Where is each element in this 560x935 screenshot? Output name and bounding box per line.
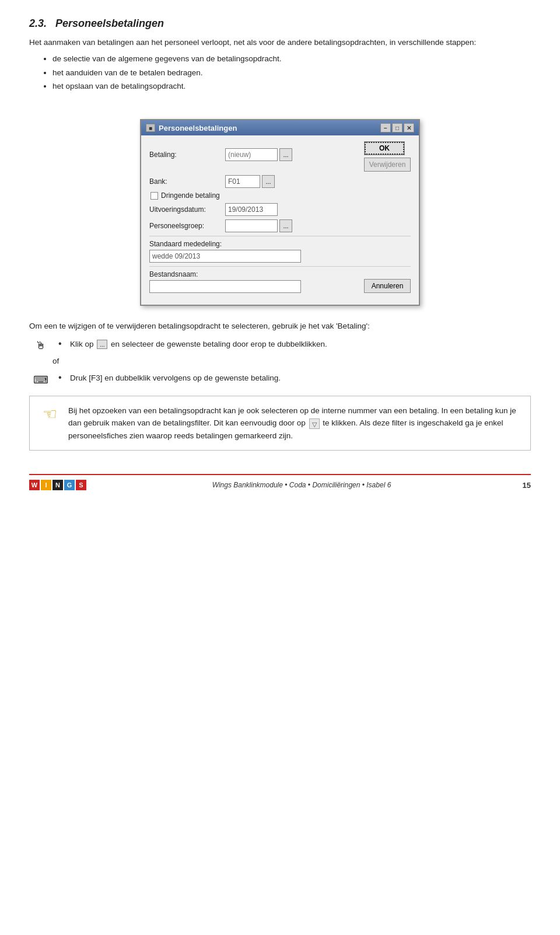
dialog-container: ■ Personeelsbetalingen − □ ✕ Betaling: [29, 119, 531, 306]
info-box-text: Bij het opzoeken van een betalingsopdrac… [68, 404, 521, 442]
instruction-row-1: 🖱 • Klik op ... en selecteer de gewenste… [29, 339, 531, 352]
bullet-3: het opslaan van de betalingsopdracht. [52, 81, 531, 92]
bestandsnaam-label: Bestandsnaam: [149, 270, 358, 278]
bestandsnaam-left: Bestandsnaam: [149, 270, 358, 293]
footer-page-number: 15 [517, 481, 531, 490]
betaling-label: Betaling: [149, 151, 225, 159]
personeelsgroep-field-group: ... [225, 219, 411, 232]
instr1-part2: en selecteer de gewenste betaling door e… [111, 340, 327, 348]
footer-logo: W I N G S [29, 480, 86, 490]
bullet-2: het aanduiden van de te betalen bedragen… [52, 67, 531, 79]
section-heading: 2.3. Personeelsbetalingen [29, 18, 531, 30]
instruction-text-1: Klik op ... en selecteer de gewenste bet… [70, 339, 531, 350]
info-icon: ☜ [39, 404, 60, 424]
bank-dots-button[interactable]: ... [262, 175, 275, 188]
logo-n: N [52, 480, 63, 490]
annuleren-container: Annuleren [358, 279, 411, 293]
info-box: ☜ Bij het opzoeken van een betalingsopdr… [29, 396, 531, 451]
mededeling-label: Standaard mededeling: [149, 240, 411, 248]
personeelsgroep-row: Personeelsgroep: ... [149, 219, 411, 232]
dialog-title: Personeelsbetalingen [159, 124, 237, 132]
personeelsgroep-label: Personeelsgroep: [149, 222, 225, 230]
mededeling-input[interactable] [149, 250, 301, 263]
dialog-right-buttons: OK Verwijderen [352, 141, 411, 172]
restore-button[interactable]: □ [392, 123, 402, 132]
instr1-part1: Klik op [70, 340, 94, 348]
mouse-icon: 🖱 [29, 340, 52, 352]
intro-paragraph: Het aanmaken van betalingen aan het pers… [29, 37, 531, 48]
betaling-row: Betaling: ... OK Verwijderen [149, 141, 411, 172]
instruction-row-2: ⌨ • Druk [F3] en dubbelklik vervolgens o… [29, 372, 531, 386]
dringende-label: Dringende betaling [161, 191, 220, 200]
instruction-section: 🖱 • Klik op ... en selecteer de gewenste… [29, 339, 531, 386]
betaling-field-group: ... [225, 148, 352, 161]
uitvoeringsdatum-input[interactable] [225, 203, 278, 216]
section-title: Personeelsbetalingen [55, 18, 164, 29]
dialog-controls: − □ ✕ [380, 123, 414, 132]
betaling-left: Betaling: ... [149, 148, 352, 165]
uitvoeringsdatum-label: Uitvoeringsdatum: [149, 205, 225, 214]
personeelsbetalingen-dialog: ■ Personeelsbetalingen − □ ✕ Betaling: [140, 119, 420, 306]
verwijderen-button[interactable]: Verwijderen [364, 158, 411, 172]
dringende-betaling-row: Dringende betaling [150, 191, 411, 200]
bullet-symbol-1: • [58, 339, 70, 349]
of-text: of [52, 357, 59, 365]
uitvoeringsdatum-row: Uitvoeringsdatum: [149, 203, 411, 216]
dringende-checkbox[interactable] [150, 192, 158, 200]
annuleren-button[interactable]: Annuleren [364, 279, 411, 293]
uitvoeringsdatum-field-group [225, 203, 411, 216]
mededeling-section: Standaard mededeling: [149, 240, 411, 263]
intro-bullets: de selectie van de algemene gegevens van… [52, 53, 531, 92]
dialog-body: Betaling: ... OK Verwijderen [141, 135, 419, 305]
section-number: 2.3. [29, 18, 47, 29]
footer-text: Wings Banklinkmodule • Coda • Domiciliër… [86, 481, 517, 489]
filter-icon: ▽ [309, 418, 320, 429]
bestandsnaam-row: Bestandsnaam: Annuleren [149, 270, 411, 293]
footer: W I N G S Wings Banklinkmodule • Coda • … [29, 474, 531, 490]
of-row: of [29, 357, 531, 369]
bank-row: Bank: ... [149, 175, 411, 188]
personeelsgroep-input[interactable] [225, 219, 278, 232]
inline-dots-icon: ... [97, 340, 107, 349]
close-button[interactable]: ✕ [404, 123, 414, 132]
instruction-text-2: Druk [F3] en dubbelklik vervolgens op de… [70, 372, 531, 384]
dialog-titlebar-icon: ■ [146, 124, 155, 132]
logo-w: W [29, 480, 40, 490]
body-text-1: Om een te wijzigen of te verwijderen bet… [29, 322, 370, 330]
personeelsgroep-dots-button[interactable]: ... [279, 219, 292, 232]
logo-i: I [41, 480, 51, 490]
minimize-button[interactable]: − [380, 123, 391, 132]
betaling-dots-button[interactable]: ... [279, 148, 292, 161]
bank-input[interactable] [225, 175, 260, 188]
logo-s: S [76, 480, 86, 490]
bestandsnaam-input[interactable] [149, 280, 301, 293]
bank-label: Bank: [149, 177, 225, 186]
ok-button[interactable]: OK [364, 141, 405, 155]
logo-g: G [64, 480, 75, 490]
bullet-symbol-2: • [58, 372, 70, 383]
keyboard-icon: ⌨ [29, 374, 52, 386]
betaling-inner-row: Betaling: ... [149, 148, 352, 161]
bullet-1: de selectie van de algemene gegevens van… [52, 53, 531, 65]
bank-field-group: ... [225, 175, 411, 188]
betaling-input[interactable] [225, 148, 278, 161]
dialog-titlebar: ■ Personeelsbetalingen − □ ✕ [141, 120, 419, 135]
body-paragraph: Om een te wijzigen of te verwijderen bet… [29, 320, 531, 333]
